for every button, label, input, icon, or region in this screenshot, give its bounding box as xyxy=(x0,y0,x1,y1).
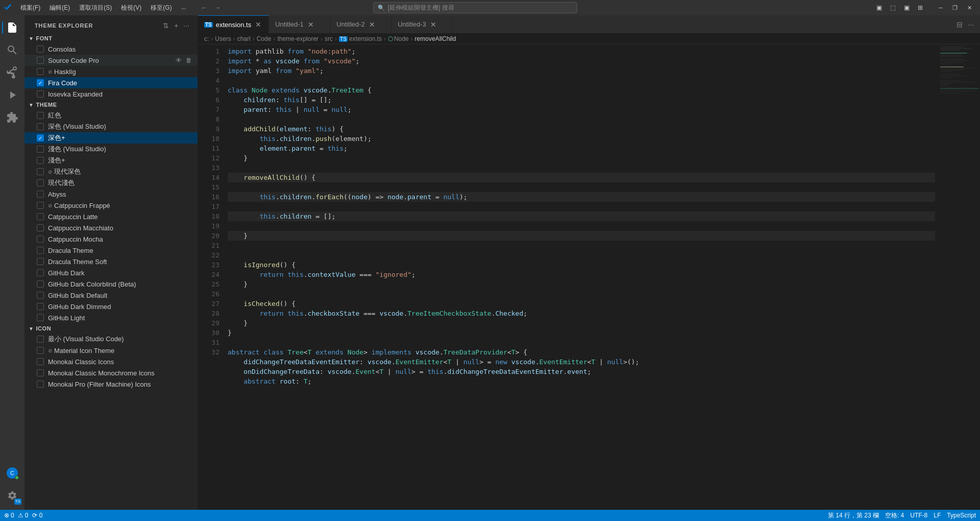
breadcrumb-code[interactable]: Code xyxy=(257,35,272,42)
theme-item-dracula-soft[interactable]: Dracula Theme Soft xyxy=(24,256,198,267)
status-language[interactable]: TypeScript xyxy=(947,512,976,519)
activity-run[interactable] xyxy=(2,85,22,105)
breadcrumb-file[interactable]: TSextension.ts xyxy=(339,35,382,42)
font-iosevka-checkbox[interactable] xyxy=(37,90,44,98)
customize-layout-btn[interactable]: ⊞ xyxy=(915,3,926,12)
theme-github-dark-default-checkbox[interactable] xyxy=(37,292,44,299)
font-item-iosevka[interactable]: Iosevka Expanded 👁 🗑 xyxy=(24,88,198,100)
theme-item-catppuccin-mocha[interactable]: Catppuccin Mocha xyxy=(24,233,198,245)
activity-explorer[interactable] xyxy=(2,17,22,38)
code-content[interactable]: import pathlib from "node:path"; import … xyxy=(224,44,939,510)
theme-item-github-light[interactable]: GitHub Light xyxy=(24,312,198,323)
breadcrumb-src[interactable]: src xyxy=(325,35,333,42)
tab-extension-ts-close[interactable]: ✕ xyxy=(254,21,262,28)
theme-github-dark-dimmed-checkbox[interactable] xyxy=(37,303,44,310)
add-button[interactable]: + xyxy=(172,20,180,31)
restore-button[interactable]: ❐ xyxy=(948,3,962,12)
activity-account[interactable]: C xyxy=(2,463,22,483)
theme-item-github-dark-dimmed[interactable]: GitHub Dark Dimmed xyxy=(24,301,198,312)
theme-item-dark-plus[interactable]: 深色+ 👁 🗑 xyxy=(24,132,198,144)
status-line-col[interactable]: 第 14 行，第 23 欄 xyxy=(828,511,879,520)
status-encoding[interactable]: UTF-8 xyxy=(910,512,927,519)
theme-item-catppuccin-frappe[interactable]: ⊘ Catppuccin Frappé xyxy=(24,200,198,211)
theme-item-dark-vs[interactable]: 深色 (Visual Studio) xyxy=(24,121,198,132)
theme-item-light-vs[interactable]: 淺色 (Visual Studio) xyxy=(24,144,198,155)
theme-item-modern-light[interactable]: 現代淺色 xyxy=(24,177,198,188)
theme-github-light-checkbox[interactable] xyxy=(37,314,44,321)
theme-item-modern-dark[interactable]: ⊘ 現代深色 xyxy=(24,166,198,177)
theme-dark-vs-checkbox[interactable] xyxy=(37,123,44,130)
icon-item-minimal[interactable]: 最小 (Visual Studio Code) xyxy=(24,334,198,345)
breadcrumb-removeallchild[interactable]: removeAllChild xyxy=(415,35,456,42)
breadcrumb-node[interactable]: ⬡Node xyxy=(388,35,409,42)
split-editor-btn[interactable]: ⊟ xyxy=(954,19,965,30)
tab-extension-ts[interactable]: TS extension.ts ✕ xyxy=(198,15,269,33)
sort-button[interactable]: ⇅ xyxy=(161,20,171,31)
theme-item-github-dark[interactable]: GitHub Dark xyxy=(24,267,198,278)
theme-item-github-dark-default[interactable]: GitHub Dark Default xyxy=(24,290,198,301)
nav-forward-button[interactable]: → xyxy=(212,3,223,13)
font-section-header[interactable]: ▼ FONT xyxy=(24,33,198,43)
font-item-fira-code[interactable]: Fira Code 👁 🗑 xyxy=(24,77,198,88)
theme-dark-plus-checkbox[interactable] xyxy=(37,134,44,141)
breadcrumb-users[interactable]: Users xyxy=(215,35,231,42)
font-item-source-code-pro[interactable]: Source Code Pro 👁 🗑 xyxy=(24,55,198,66)
theme-catppuccin-macchiato-checkbox[interactable] xyxy=(37,224,44,231)
theme-red-checkbox[interactable] xyxy=(37,112,44,119)
menu-selection[interactable]: 選取項目(S) xyxy=(75,3,116,13)
icon-minimal-checkbox[interactable] xyxy=(37,336,44,343)
tab-untitled-2-close[interactable]: ✕ xyxy=(368,21,376,28)
font-hasklig-checkbox[interactable] xyxy=(37,68,44,75)
theme-modern-light-checkbox[interactable] xyxy=(37,179,44,186)
minimize-button[interactable]: ─ xyxy=(934,3,947,12)
theme-item-abyss[interactable]: Abyss xyxy=(24,188,198,200)
theme-github-dark-colorblind-checkbox[interactable] xyxy=(37,280,44,288)
theme-item-red[interactable]: 紅色 xyxy=(24,110,198,121)
theme-catppuccin-mocha-checkbox[interactable] xyxy=(37,235,44,243)
menu-view[interactable]: 檢視(V) xyxy=(117,3,145,13)
icon-monokai-classic-checkbox[interactable] xyxy=(37,358,44,365)
font-source-code-pro-checkbox[interactable] xyxy=(37,57,44,64)
activity-extensions[interactable] xyxy=(2,107,22,128)
more-tab-actions-btn[interactable]: ··· xyxy=(966,19,976,30)
icon-item-monokai-classic[interactable]: Monokai Classic Icons xyxy=(24,356,198,367)
breadcrumb-c[interactable]: c: xyxy=(204,35,209,42)
theme-item-dracula[interactable]: Dracula Theme xyxy=(24,245,198,256)
close-button[interactable]: ✕ xyxy=(963,3,976,12)
theme-item-catppuccin-latte[interactable]: Catppuccin Latte xyxy=(24,211,198,222)
theme-section-header[interactable]: ▼ THEME xyxy=(24,100,198,110)
tab-untitled-2[interactable]: Untitled-2 ✕ xyxy=(330,15,391,33)
menu-edit[interactable]: 編輯(E) xyxy=(45,3,74,13)
icon-section-header[interactable]: ▼ ICON xyxy=(24,323,198,334)
toggle-panel-btn[interactable]: ⬚ xyxy=(887,3,899,12)
theme-dracula-checkbox[interactable] xyxy=(37,247,44,254)
status-spaces[interactable]: 空格: 4 xyxy=(885,511,904,520)
font-fira-code-checkbox[interactable] xyxy=(37,79,44,86)
icon-item-monokai-classic-mono[interactable]: Monokai Classic Monochrome Icons xyxy=(24,367,198,378)
toggle-sidebar-btn[interactable]: ▣ xyxy=(873,3,885,12)
icon-monokai-pro-checkbox[interactable] xyxy=(37,381,44,388)
more-actions-button[interactable]: ··· xyxy=(181,20,191,31)
menu-more[interactable]: ... xyxy=(177,3,190,13)
theme-light-plus-checkbox[interactable] xyxy=(37,157,44,164)
status-sync[interactable]: ⟳ 0 xyxy=(32,512,42,519)
nav-back-button[interactable]: ← xyxy=(199,3,210,13)
status-errors[interactable]: ⊗ 0 ⚠ 0 xyxy=(4,512,28,519)
font-source-code-pro-delete-btn[interactable]: 🗑 xyxy=(184,56,193,64)
activity-search[interactable] xyxy=(2,40,22,60)
tab-untitled-3-close[interactable]: ✕ xyxy=(429,21,437,28)
font-consolas-checkbox[interactable] xyxy=(37,45,44,53)
tab-untitled-1[interactable]: Untitled-1 ✕ xyxy=(269,15,330,33)
theme-catppuccin-latte-checkbox[interactable] xyxy=(37,213,44,220)
font-item-consolas[interactable]: Consolas 👁 🗑 xyxy=(24,43,198,55)
theme-item-catppuccin-macchiato[interactable]: Catppuccin Macchiato xyxy=(24,222,198,233)
toggle-right-sidebar-btn[interactable]: ▣ xyxy=(901,3,913,12)
icon-item-material[interactable]: ⊘ Material Icon Theme xyxy=(24,345,198,356)
icon-material-checkbox[interactable] xyxy=(37,347,44,354)
icon-monokai-classic-mono-checkbox[interactable] xyxy=(37,369,44,376)
status-eol[interactable]: LF xyxy=(934,512,941,519)
theme-dracula-soft-checkbox[interactable] xyxy=(37,258,44,265)
icon-item-monokai-pro[interactable]: Monokai Pro (Filter Machine) Icons xyxy=(24,378,198,390)
activity-settings[interactable]: TS xyxy=(2,485,22,506)
breadcrumb-theme-explorer[interactable]: theme-explorer xyxy=(277,35,318,42)
